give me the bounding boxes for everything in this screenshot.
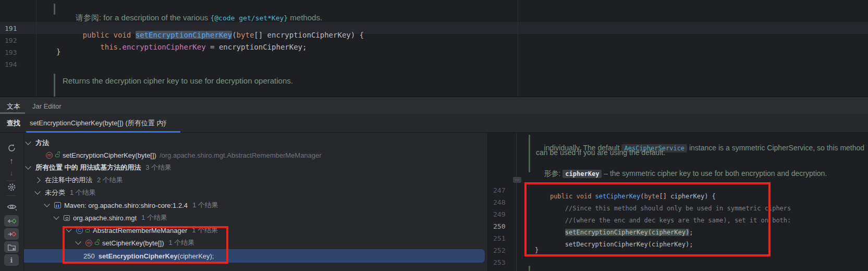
eye-icon[interactable] bbox=[6, 202, 17, 212]
line-number: 247 bbox=[493, 187, 505, 194]
code-line-193: } bbox=[56, 48, 60, 55]
javadoc-bar bbox=[54, 74, 55, 97]
right-margin-line bbox=[518, 0, 518, 97]
javadoc-param-line: 形参: cipherKey – the symmetric cipher key… bbox=[536, 162, 827, 184]
javadoc-see-label: 请参阅: bbox=[76, 13, 101, 22]
next-occurrence-icon[interactable]: ↓ bbox=[6, 167, 17, 178]
tree-item-method-declaration[interactable]: m setEncryptionCipherKey(byte[]) /org.ap… bbox=[24, 149, 322, 161]
ide-window: 请参阅: for a description of the various {@… bbox=[0, 0, 868, 271]
chevron-down-icon[interactable] bbox=[75, 239, 81, 244]
code-line-252: } bbox=[535, 247, 539, 253]
tree-item-class[interactable]: C AbstractRememberMeManager 1 个结果 bbox=[24, 225, 218, 236]
chevron-right-icon[interactable] bbox=[34, 177, 40, 183]
gutter-divider bbox=[36, 0, 36, 97]
folded-comment-icon[interactable]: ⋯ bbox=[513, 177, 521, 183]
info-button[interactable]: i bbox=[4, 254, 19, 266]
tree-item-usage-selected[interactable]: 250 setEncryptionCipherKey (cipherKey); bbox=[24, 249, 485, 263]
javadoc-line: Returns the decryption cipher key to use… bbox=[63, 77, 293, 85]
tree-item-package[interactable]: org.apache.shiro.mgt 1 个结果 bbox=[24, 212, 167, 223]
line-number: 193 bbox=[5, 49, 17, 56]
unlock-icon bbox=[55, 154, 59, 157]
chevron-down-icon[interactable] bbox=[44, 201, 50, 207]
chevron-down-icon[interactable] bbox=[25, 139, 31, 145]
line-number: 194 bbox=[5, 61, 17, 68]
library-icon bbox=[54, 202, 61, 208]
tab-text[interactable]: 文本 bbox=[7, 103, 20, 110]
javadoc-bar bbox=[529, 266, 530, 271]
previous-occurrence-icon[interactable]: ↑ bbox=[6, 155, 17, 166]
line-number: 253 bbox=[493, 259, 505, 266]
chevron-down-icon[interactable] bbox=[53, 214, 59, 219]
close-icon[interactable]: × bbox=[163, 118, 167, 125]
top-editor-pane[interactable]: 请参阅: for a description of the various {@… bbox=[0, 0, 868, 97]
line-number: 248 bbox=[493, 199, 505, 206]
line-number: 192 bbox=[5, 37, 17, 44]
find-toolwindow-header: 查找 setEncryptionCipherKey(byte[]) (所有位置 … bbox=[0, 114, 868, 133]
refresh-icon[interactable] bbox=[6, 143, 17, 153]
line-number: 251 bbox=[493, 235, 505, 242]
javadoc-bar bbox=[529, 135, 530, 172]
javadoc-param-label: 形参: bbox=[544, 169, 561, 178]
tree-item-maven-library[interactable]: Maven: org.apache.shiro:shiro-core:1.2.4… bbox=[24, 199, 218, 211]
chevron-down-icon[interactable] bbox=[34, 188, 40, 194]
tree-item-unclassified[interactable]: 未分类 1 个结果 bbox=[24, 187, 96, 198]
class-icon: C bbox=[76, 227, 83, 234]
line-number: 249 bbox=[493, 211, 505, 218]
toolbar-divider bbox=[6, 195, 16, 196]
find-toolbar: ↑ ↓ i bbox=[0, 133, 23, 271]
tab-jar-editor[interactable]: Jar Editor bbox=[32, 103, 62, 110]
line-number: 191 bbox=[5, 25, 17, 32]
line-number: 252 bbox=[493, 247, 505, 254]
group-by-folder-button[interactable] bbox=[4, 241, 19, 253]
method-icon: m bbox=[85, 240, 92, 246]
tree-item-usages-in-comments[interactable]: 在注释中的用法 2 个结果 bbox=[24, 174, 123, 186]
javadoc-bar bbox=[54, 4, 55, 15]
unlock-icon bbox=[95, 242, 99, 245]
tree-item-method[interactable]: m setCipherKey(byte[]) 1 个结果 bbox=[24, 237, 194, 249]
javadoc-line: can be used if you are using the default… bbox=[536, 149, 665, 156]
navigate-source-forward-button[interactable] bbox=[4, 228, 19, 240]
javadoc-code-ref: {@code get/set*Key} bbox=[210, 14, 288, 22]
unlock-icon bbox=[85, 229, 90, 232]
find-title: 查找 bbox=[7, 120, 20, 126]
tree-item-methods-group[interactable]: 方法 bbox=[24, 137, 49, 149]
line-number: 250 bbox=[493, 223, 505, 230]
toolbar-divider bbox=[6, 181, 16, 181]
chevron-down-icon[interactable] bbox=[25, 163, 31, 169]
code-line-192: this.encryptionCipherKey = encryptionCip… bbox=[56, 36, 307, 58]
param-name-chip: cipherKey bbox=[563, 170, 602, 178]
code-line-251: setDecryptionCipherKey(cipherKey); bbox=[535, 235, 693, 254]
tree-item-usages-group[interactable]: 所有位置 中的 用法或基方法的用法 3 个结果 bbox=[24, 162, 172, 173]
navigate-source-back-button[interactable] bbox=[4, 215, 19, 227]
info-icon: i bbox=[10, 257, 13, 264]
gear-icon[interactable] bbox=[6, 182, 17, 192]
package-icon bbox=[64, 215, 70, 221]
chevron-down-icon[interactable] bbox=[66, 226, 71, 232]
preview-gutter-divider bbox=[516, 133, 517, 271]
editor-tab-strip: 文本 Jar Editor bbox=[0, 97, 868, 114]
method-icon: m bbox=[46, 152, 53, 159]
find-result-tab[interactable]: setEncryptionCipherKey(byte[]) (所有位置 内) bbox=[30, 120, 166, 126]
